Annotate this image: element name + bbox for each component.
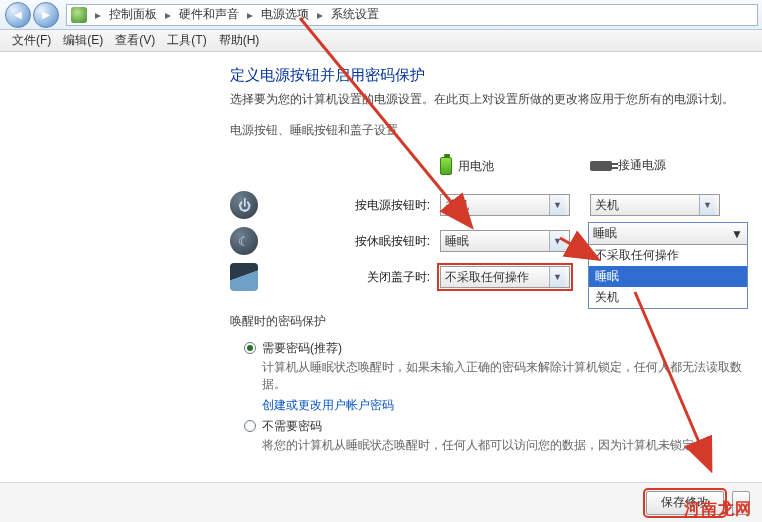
lid-ac-select[interactable]: 睡眠 ▼: [589, 223, 747, 245]
sleep-icon: ☾: [230, 227, 258, 255]
control-panel-icon: [71, 7, 87, 23]
row-sleep-label: 按休眠按钮时:: [268, 233, 440, 250]
chevron-down-icon: ▼: [549, 195, 565, 215]
sleep-battery-select[interactable]: 睡眠 ▼: [440, 230, 570, 252]
radio-no-password[interactable]: 不需要密码: [244, 418, 762, 435]
chevron-down-icon: ▼: [549, 267, 565, 287]
dropdown-option-shutdown[interactable]: 关机: [589, 287, 747, 308]
radio-icon: [244, 420, 256, 432]
password-heading: 唤醒时的密码保护: [230, 313, 762, 330]
sleep-battery-value: 睡眠: [445, 233, 469, 250]
column-headers: 用电池 接通电源: [440, 157, 762, 187]
menu-help[interactable]: 帮助(H): [213, 30, 266, 51]
row-power-label: 按电源按钮时:: [268, 197, 440, 214]
lid-battery-select[interactable]: 不采取任何操作 ▼: [440, 266, 570, 288]
create-password-link[interactable]: 创建或更改用户帐户密码: [262, 398, 394, 412]
chevron-right-icon[interactable]: ▸: [313, 8, 327, 22]
chevron-right-icon[interactable]: ▸: [91, 8, 105, 22]
radio-nopass-label: 不需要密码: [262, 418, 322, 435]
power-battery-select[interactable]: 关机 ▼: [440, 194, 570, 216]
battery-icon: [440, 157, 452, 175]
radio-icon: [244, 342, 256, 354]
footer: 保存修改: [0, 482, 762, 522]
chevron-down-icon: ▼: [731, 227, 743, 241]
row-power-button: ⏻ 按电源按钮时: 关机 ▼ 关机 ▼: [230, 187, 762, 223]
col-ac-label: 接通电源: [618, 157, 666, 174]
col-ac: 接通电源: [590, 157, 666, 174]
col-battery-label: 用电池: [458, 158, 494, 175]
lid-battery-value: 不采取任何操作: [445, 269, 529, 286]
lid-ac-value: 睡眠: [593, 225, 617, 242]
crumb-system-settings[interactable]: 系统设置: [327, 6, 383, 23]
nav-back-button[interactable]: ◄: [5, 2, 31, 28]
crumb-control-panel[interactable]: 控制面板: [105, 6, 161, 23]
page-title: 定义电源按钮并启用密码保护: [230, 66, 762, 85]
lid-ac-select-open[interactable]: 睡眠 ▼ 不采取任何操作 睡眠 关机: [588, 222, 748, 309]
menu-edit[interactable]: 编辑(E): [57, 30, 109, 51]
crumb-power-options[interactable]: 电源选项: [257, 6, 313, 23]
address-bar: ◄ ► ▸ 控制面板 ▸ 硬件和声音 ▸ 电源选项 ▸ 系统设置: [0, 0, 762, 30]
menu-file[interactable]: 文件(F): [6, 30, 57, 51]
power-battery-value: 关机: [445, 197, 469, 214]
chevron-right-icon[interactable]: ▸: [243, 8, 257, 22]
chevron-down-icon: ▼: [549, 231, 565, 251]
crumb-hardware-sound[interactable]: 硬件和声音: [175, 6, 243, 23]
password-section: 唤醒时的密码保护 需要密码(推荐) 计算机从睡眠状态唤醒时，如果未输入正确的密码…: [230, 313, 762, 454]
radio-need-password[interactable]: 需要密码(推荐): [244, 340, 762, 357]
chevron-right-icon[interactable]: ▸: [161, 8, 175, 22]
power-ac-value: 关机: [595, 197, 619, 214]
chevron-down-icon: ▼: [699, 195, 715, 215]
power-ac-select[interactable]: 关机 ▼: [590, 194, 720, 216]
no-password-desc: 将您的计算机从睡眠状态唤醒时，任何人都可以访问您的数据，因为计算机未锁定。: [262, 437, 742, 454]
col-battery: 用电池: [440, 157, 494, 175]
radio-need-label: 需要密码(推荐): [262, 340, 342, 357]
need-password-desc: 计算机从睡眠状态唤醒时，如果未输入正确的密码来解除计算机锁定，任何人都无法读取数…: [262, 359, 742, 393]
lid-icon: [230, 263, 258, 291]
menu-bar: 文件(F) 编辑(E) 查看(V) 工具(T) 帮助(H): [0, 30, 762, 52]
menu-view[interactable]: 查看(V): [109, 30, 161, 51]
breadcrumb[interactable]: ▸ 控制面板 ▸ 硬件和声音 ▸ 电源选项 ▸ 系统设置: [66, 4, 758, 26]
nav-forward-button[interactable]: ►: [33, 2, 59, 28]
page-description: 选择要为您的计算机设置的电源设置。在此页上对设置所做的更改将应用于您所有的电源计…: [230, 91, 762, 108]
power-icon: ⏻: [230, 191, 258, 219]
plug-icon: [590, 161, 612, 171]
watermark: 河南龙网: [684, 499, 752, 520]
section-label: 电源按钮、睡眠按钮和盖子设置: [230, 122, 762, 139]
dropdown-option-sleep[interactable]: 睡眠: [589, 266, 747, 287]
menu-tools[interactable]: 工具(T): [161, 30, 212, 51]
row-lid-label: 关闭盖子时:: [268, 269, 440, 286]
dropdown-option-no-action[interactable]: 不采取任何操作: [589, 245, 747, 266]
